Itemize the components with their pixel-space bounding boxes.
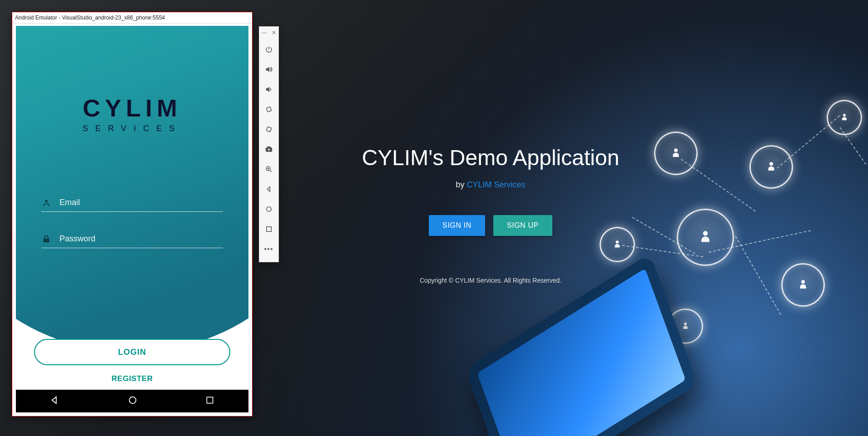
svg-point-3 (769, 162, 773, 166)
network-node-icon (749, 145, 793, 189)
svg-rect-12 (44, 239, 50, 242)
toolbar-power-button[interactable] (262, 42, 276, 57)
app-logo: CYLIM SERVICES (16, 94, 248, 133)
by-prefix: by (456, 180, 466, 189)
android-nav-bar (16, 390, 248, 412)
svg-point-0 (616, 240, 619, 244)
toolbar-rotate-right-button[interactable] (262, 122, 276, 137)
toolbar-zoom-button[interactable] (262, 162, 276, 176)
logo-sub-text: SERVICES (16, 124, 248, 133)
password-input[interactable] (59, 234, 223, 244)
email-field-row (41, 194, 223, 212)
toolbar-back-button[interactable] (262, 182, 276, 196)
network-node-icon (827, 100, 862, 135)
email-input[interactable] (59, 197, 223, 208)
toolbar-close-button[interactable]: ✕ (272, 29, 276, 36)
nav-home-button[interactable] (119, 392, 147, 411)
svg-rect-19 (268, 147, 270, 147)
copyright-text: Copyright © CYLIM Services. All Rights R… (263, 277, 718, 284)
svg-line-21 (270, 170, 272, 172)
sign-up-button[interactable]: SIGN UP (493, 215, 552, 236)
emulator-toolbar: — ✕ ••• (259, 26, 279, 262)
svg-point-6 (684, 323, 687, 325)
logo-main-text: CYLIM (16, 94, 248, 122)
password-field-row (41, 230, 223, 248)
nav-overview-button[interactable] (196, 392, 223, 410)
toolbar-minimize-button[interactable]: — (262, 29, 267, 36)
toolbar-more-button[interactable]: ••• (262, 242, 276, 256)
svg-rect-14 (207, 397, 213, 403)
page-subtitle: by CYLIM Services (263, 180, 718, 190)
svg-rect-15 (266, 107, 272, 112)
nav-back-button[interactable] (41, 392, 69, 411)
toolbar-overview-button[interactable] (262, 222, 276, 236)
toolbar-home-button[interactable] (262, 202, 276, 216)
svg-point-24 (267, 207, 272, 212)
user-icon (41, 198, 51, 208)
toolbar-volume-down-button[interactable] (262, 82, 276, 97)
svg-rect-16 (266, 127, 272, 132)
network-node-icon (781, 263, 825, 307)
emulator-screen: LTE◢ 2:34 CYLIM SERVICES (16, 26, 248, 412)
author-link[interactable]: CYLIM Services (466, 180, 525, 189)
lock-icon (41, 234, 51, 244)
toolbar-rotate-left-button[interactable] (262, 102, 276, 117)
sign-in-button[interactable]: SIGN IN (429, 215, 485, 236)
svg-point-13 (129, 397, 136, 404)
register-link[interactable]: REGISTER (16, 374, 248, 383)
svg-point-4 (843, 114, 846, 117)
page-title: CYLIM's Demo Application (263, 145, 718, 170)
svg-rect-25 (267, 227, 272, 232)
svg-point-18 (268, 149, 270, 151)
login-button[interactable]: LOGIN (34, 339, 230, 365)
svg-point-11 (45, 200, 48, 202)
emulator-window-title: Android Emulator - VisualStudio_android-… (12, 12, 252, 24)
svg-point-5 (801, 280, 805, 284)
toolbar-volume-up-button[interactable] (262, 62, 276, 77)
emulator-window: Android Emulator - VisualStudio_android-… (12, 12, 253, 416)
toolbar-screenshot-button[interactable] (262, 142, 276, 157)
app-body: CYLIM SERVICES (16, 39, 248, 390)
